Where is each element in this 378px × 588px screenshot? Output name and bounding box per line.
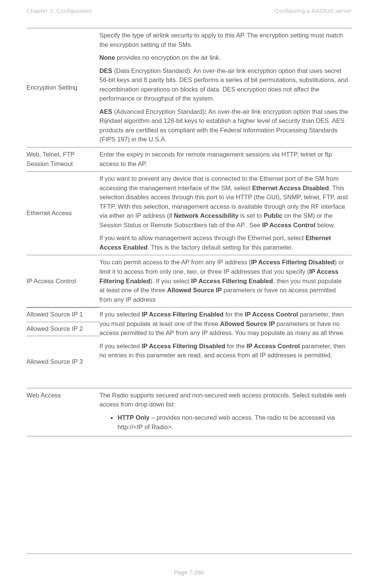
text: If you selected IP Access Filtering Disa… <box>99 342 349 360</box>
config-table: Encryption Setting Specify the type of a… <box>26 28 352 436</box>
desc-encryption-setting: Specify the type of airlink security to … <box>99 28 352 147</box>
page-footer: Page 7-290 <box>0 569 378 576</box>
term-ip-access-control: IP Access Control <box>262 222 315 229</box>
label-ethernet-access: Ethernet Access <box>26 172 99 255</box>
text: (Advanced Encryption Standard) <box>112 108 204 115</box>
label-session-timeout: Web, Telnet, FTP Session Timeout <box>26 147 99 172</box>
row-allowed-source-ip: Allowed Source IP 1 Allowed Source IP 2 … <box>26 307 352 388</box>
desc-allowed-source-ip: If you selected IP Access Filtering Enab… <box>99 307 352 388</box>
text: You can permit access to the AP from any… <box>99 258 349 304</box>
page-header: Chapter 7: Configuration Configuring a R… <box>26 8 352 28</box>
term-ip-access-control: IP Access Control <box>246 343 300 350</box>
text: If you want to allow management access t… <box>99 234 305 242</box>
text: for the <box>225 343 246 350</box>
term-ip-access-control: IP Access Control <box>245 311 298 318</box>
term-eth-access-disabled: Ethernet Access Disabled <box>252 185 329 192</box>
text: None provides no encryption on the air l… <box>99 53 349 63</box>
text: for the <box>223 311 245 318</box>
text: is set to <box>239 212 263 219</box>
term-none: None <box>99 54 115 61</box>
text: ). If you select <box>150 278 191 285</box>
text: below. <box>316 222 335 229</box>
term-allowed-source-ip: Allowed Source IP <box>220 320 275 327</box>
term-ip-filter-enabled: IP Access Filtering Enabled <box>142 311 224 318</box>
desc-web-access: The Radio supports secured and non-secur… <box>99 388 352 436</box>
footer-rule <box>26 554 352 554</box>
text: Enter the expiry in seconds for remote m… <box>99 150 349 169</box>
row-encryption-setting: Encryption Setting Specify the type of a… <box>26 28 352 147</box>
term-http-only: HTTP Only <box>118 414 150 421</box>
text: provides no encryption on the air link. <box>115 54 221 61</box>
row-web-access: Web Access The Radio supports secured an… <box>26 388 352 436</box>
term-des: DES <box>99 67 112 74</box>
label-web-access: Web Access <box>26 388 99 436</box>
text: You can permit access to the AP from any… <box>99 259 251 266</box>
term-ip-filter-disabled: IP Access Filtering Disabled <box>142 343 225 350</box>
term-network-accessibility: Network Accessibility <box>174 212 239 219</box>
term-ip-filter-enabled-2: IP Access Filtering Enabled <box>191 278 273 285</box>
term-aes: AES <box>99 108 112 115</box>
label-allowed-source-ip-3: Allowed Source IP 3 <box>26 336 99 388</box>
label-ip-access-control: IP Access Control <box>26 255 99 307</box>
label-allowed-source-ip-group: Allowed Source IP 1 Allowed Source IP 2 … <box>26 307 99 388</box>
web-access-list: HTTP Only – provides non-secured web acc… <box>99 413 349 432</box>
text: If you selected IP Access Filtering Enab… <box>99 310 349 338</box>
desc-ethernet-access: If you want to prevent any device that i… <box>99 172 352 255</box>
text: Specify the type of airlink security to … <box>99 31 349 50</box>
text: . This is the factory default setting fo… <box>147 244 293 251</box>
text: The Radio supports secured and non-secur… <box>99 391 349 410</box>
term-public: Public <box>263 212 282 219</box>
text: (Data Encryption Standard): An over-the-… <box>99 67 348 102</box>
desc-session-timeout: Enter the expiry in seconds for remote m… <box>99 147 352 172</box>
text: AES (Advanced Encryption Standard): An o… <box>99 107 349 144</box>
term-allowed-source-ip: Allowed Source IP <box>167 287 222 294</box>
header-chapter: Chapter 7: Configuration <box>26 8 92 14</box>
list-item: HTTP Only – provides non-secured web acc… <box>117 413 349 432</box>
label-allowed-source-ip-2: Allowed Source IP 2 <box>26 322 99 336</box>
label-allowed-source-ip-1: Allowed Source IP 1 <box>26 308 99 322</box>
term-ip-filter-disabled: IP Access Filtering Disabled <box>251 259 335 266</box>
text: – provides non-secured web access. The r… <box>118 414 335 431</box>
row-ethernet-access: Ethernet Access If you want to prevent a… <box>26 172 352 255</box>
text: If you want to allow management access t… <box>99 234 349 252</box>
row-ip-access-control: IP Access Control You can permit access … <box>26 255 352 307</box>
header-section: Configuring a RADIUS server <box>275 8 352 14</box>
desc-ip-access-control: You can permit access to the AP from any… <box>99 255 352 307</box>
text: DES (Data Encryption Standard): An over-… <box>99 67 349 104</box>
text: If you selected <box>99 311 142 318</box>
text: If you want to prevent any device that i… <box>99 174 349 230</box>
row-session-timeout: Web, Telnet, FTP Session Timeout Enter t… <box>26 147 352 172</box>
label-encryption-setting: Encryption Setting <box>26 28 99 147</box>
text: If you selected <box>99 343 142 350</box>
